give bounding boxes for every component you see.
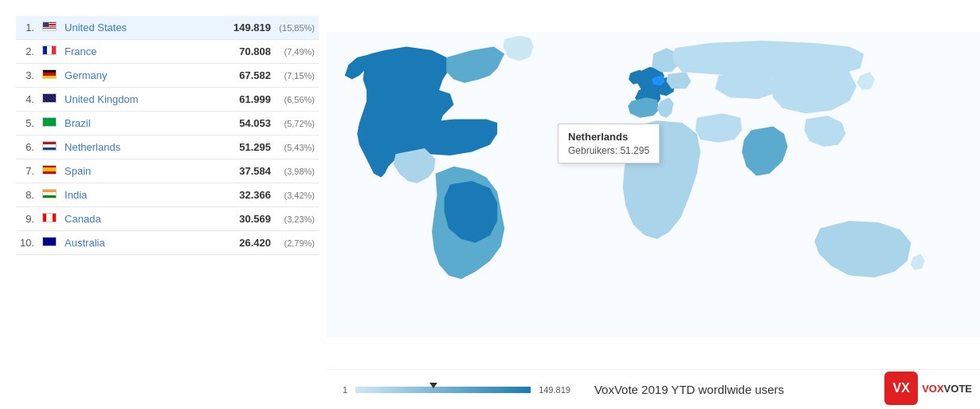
value-cell: 70.808 <box>223 40 275 64</box>
country-cell: Brazil <box>61 112 223 136</box>
scale-min-label: 1 <box>343 385 347 395</box>
rank-cell: 8. <box>16 183 38 207</box>
tooltip-country: Netherlands <box>568 131 649 143</box>
logo-vx-text: VX <box>892 382 909 395</box>
country-link[interactable]: France <box>65 45 96 57</box>
rank-cell: 2. <box>16 40 38 64</box>
main-container: 1. United States 149.819 (15,85%) 2. Fra… <box>0 0 980 409</box>
chart-title: VoxVote 2019 YTD wordlwide users <box>594 383 784 396</box>
country-link[interactable]: Canada <box>65 213 101 225</box>
flag-cell <box>38 136 61 159</box>
pct-cell: (5,72%) <box>275 112 319 136</box>
country-link[interactable]: Germany <box>65 69 107 81</box>
flag-au <box>42 237 57 246</box>
flag-cell <box>38 207 61 231</box>
value-cell: 26.420 <box>223 231 275 255</box>
flag-in <box>42 189 57 199</box>
pct-cell: (5,43%) <box>275 136 319 159</box>
country-link[interactable]: Brazil <box>65 117 91 129</box>
map-container: Netherlands Gebruikers: 51.295 1 149.819… <box>327 0 980 409</box>
world-map <box>327 0 980 369</box>
country-cell: France <box>61 40 223 64</box>
pct-cell: (3,23%) <box>275 207 319 231</box>
value-cell: 32.366 <box>223 183 275 207</box>
country-cell: United States <box>61 16 223 40</box>
scale-max-label: 149.819 <box>539 385 570 395</box>
rank-cell: 4. <box>16 88 38 112</box>
pct-cell: (3,42%) <box>275 183 319 207</box>
scale-bar <box>355 387 531 393</box>
pct-cell: (7,49%) <box>275 40 319 64</box>
country-cell: Canada <box>61 207 223 231</box>
country-link[interactable]: India <box>65 189 87 201</box>
flag-nl <box>42 141 57 151</box>
bottom-bar: 1 149.819 VoxVote 2019 YTD wordlwide use… <box>327 369 980 409</box>
left-panel: 1. United States 149.819 (15,85%) 2. Fra… <box>0 0 327 409</box>
logo-vox: VOX <box>922 383 943 395</box>
flag-cell <box>38 16 61 40</box>
value-cell: 149.819 <box>223 16 275 40</box>
tooltip-value: Gebruikers: 51.295 <box>568 145 649 156</box>
value-cell: 30.569 <box>223 207 275 231</box>
value-cell: 51.295 <box>223 136 275 159</box>
country-link[interactable]: Spain <box>65 165 91 177</box>
logo-icon: VX <box>884 372 918 405</box>
logo-text: VOXVOTE <box>922 383 972 395</box>
country-table: 1. United States 149.819 (15,85%) 2. Fra… <box>16 16 319 255</box>
country-link[interactable]: Australia <box>65 237 105 249</box>
tooltip-number: 51.295 <box>620 145 649 156</box>
pct-cell: (6,56%) <box>275 88 319 112</box>
pct-cell: (15,85%) <box>275 16 319 40</box>
flag-fr <box>42 45 57 55</box>
flag-cell <box>38 40 61 64</box>
country-cell: Australia <box>61 231 223 255</box>
rank-cell: 10. <box>16 231 38 255</box>
flag-us <box>42 22 57 31</box>
flag-es <box>42 165 57 175</box>
value-cell: 54.053 <box>223 112 275 136</box>
flag-cell <box>38 88 61 112</box>
right-panel: Netherlands Gebruikers: 51.295 1 149.819… <box>327 0 980 409</box>
country-cell: Germany <box>61 64 223 88</box>
logo-vote: VOTE <box>944 383 972 395</box>
rank-cell: 3. <box>16 64 38 88</box>
flag-cell <box>38 159 61 183</box>
country-cell: India <box>61 183 223 207</box>
value-cell: 67.582 <box>223 64 275 88</box>
value-cell: 37.584 <box>223 159 275 183</box>
rank-cell: 9. <box>16 207 38 231</box>
rank-cell: 7. <box>16 159 38 183</box>
country-cell: Spain <box>61 159 223 183</box>
rank-cell: 5. <box>16 112 38 136</box>
flag-cell <box>38 64 61 88</box>
flag-de <box>42 69 57 79</box>
map-tooltip: Netherlands Gebruikers: 51.295 <box>558 124 660 163</box>
country-cell: Netherlands <box>61 136 223 159</box>
scale-bar-container <box>355 384 531 395</box>
rank-cell: 1. <box>16 16 38 40</box>
country-link[interactable]: United States <box>65 22 127 33</box>
pct-cell: (7,15%) <box>275 64 319 88</box>
country-link[interactable]: United Kingdom <box>65 93 139 105</box>
flag-cell <box>38 112 61 136</box>
scale-marker <box>429 383 437 388</box>
pct-cell: (3,98%) <box>275 159 319 183</box>
flag-cell <box>38 183 61 207</box>
pct-cell: (2,79%) <box>275 231 319 255</box>
country-cell: United Kingdom <box>61 88 223 112</box>
tooltip-label: Gebruikers: <box>568 145 617 156</box>
flag-ca <box>42 213 57 222</box>
country-link[interactable]: Netherlands <box>65 141 120 153</box>
flag-br <box>42 117 57 127</box>
rank-cell: 6. <box>16 136 38 159</box>
voxvote-logo: VX VOXVOTE <box>884 372 972 405</box>
flag-cell <box>38 231 61 255</box>
value-cell: 61.999 <box>223 88 275 112</box>
logo-text-container: VOXVOTE <box>922 383 972 395</box>
flag-gb <box>42 93 57 103</box>
